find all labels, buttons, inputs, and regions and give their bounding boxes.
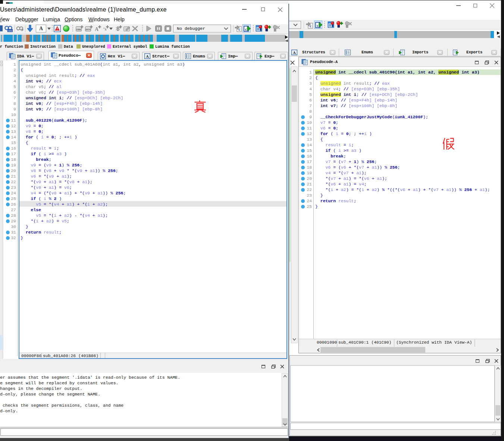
svg-text:A: A xyxy=(146,54,149,59)
svg-text:A: A xyxy=(293,50,296,55)
svg-text:DATA: DATA xyxy=(86,29,91,31)
svg-text:101: 101 xyxy=(8,30,12,32)
svg-text:A: A xyxy=(95,26,99,32)
svg-text:c: c xyxy=(317,23,319,28)
svg-text:c: c xyxy=(245,27,247,31)
svg-text:CODE: CODE xyxy=(76,29,82,31)
